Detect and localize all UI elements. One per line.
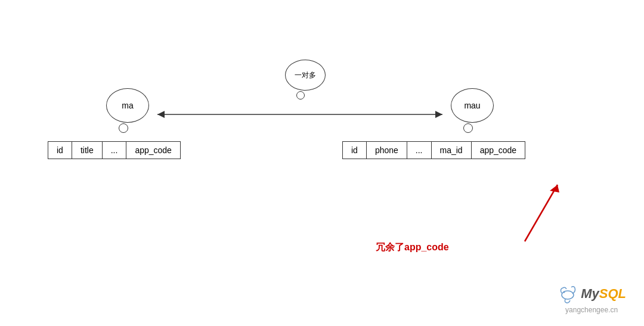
- right-col-ma-id: ma_id: [431, 142, 471, 159]
- bubble-center: 一对多: [285, 60, 326, 91]
- mysql-logo: My SQL yangchengee.cn: [557, 283, 626, 314]
- mysql-dolphin-icon: [557, 283, 578, 305]
- mysql-my-text: My: [581, 286, 599, 302]
- annotation-text: 冗余了app_code: [376, 241, 449, 254]
- bubble-right: mau: [451, 88, 494, 123]
- left-col-title: title: [72, 142, 102, 159]
- annotation-arrow: [501, 176, 549, 247]
- svg-marker-5: [550, 185, 559, 193]
- bubble-left: ma: [106, 88, 149, 123]
- svg-marker-2: [435, 111, 442, 118]
- left-col-app-code: app_code: [126, 142, 181, 159]
- diagram-area: ma 一对多 mau id title ... app_code id phon…: [0, 0, 644, 326]
- mysql-domain: yangchengee.cn: [565, 306, 618, 314]
- bubble-center-label: 一对多: [295, 70, 316, 80]
- mysql-sql-text: SQL: [599, 286, 626, 302]
- svg-point-7: [564, 291, 565, 293]
- svg-marker-1: [157, 111, 165, 118]
- bubble-left-label: ma: [122, 101, 133, 110]
- left-col-id: id: [48, 142, 72, 159]
- right-col-app-code: app_code: [471, 142, 525, 159]
- svg-line-4: [525, 185, 558, 241]
- right-table: id phone ... ma_id app_code: [342, 141, 525, 159]
- left-col-dots: ...: [102, 142, 126, 159]
- relation-arrow: [151, 108, 448, 120]
- right-col-phone: phone: [366, 142, 407, 159]
- bubble-right-label: mau: [464, 101, 480, 110]
- right-col-dots: ...: [407, 142, 431, 159]
- left-table: id title ... app_code: [48, 141, 181, 159]
- right-col-id: id: [343, 142, 367, 159]
